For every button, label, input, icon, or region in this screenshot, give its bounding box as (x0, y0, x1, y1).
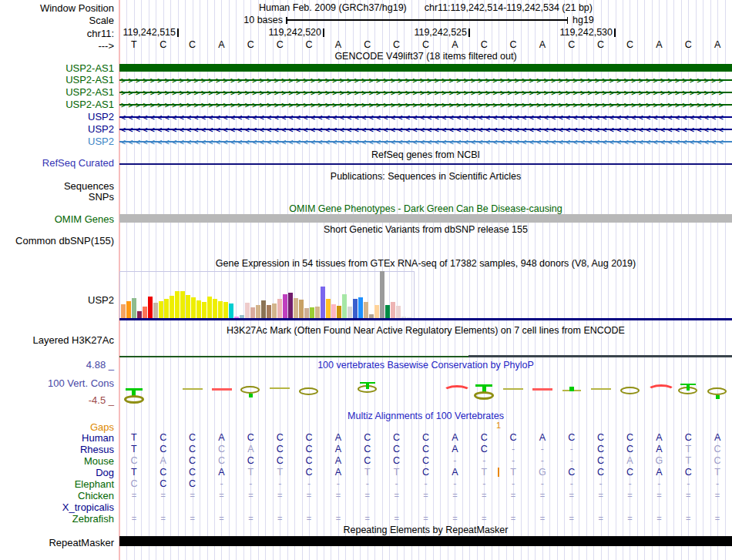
gtex-tissue-bar[interactable] (337, 306, 341, 318)
gtex-tissue-bar[interactable] (294, 298, 298, 318)
gtex-tissue-bar[interactable] (175, 291, 180, 318)
gtex-tissue-bar[interactable] (342, 294, 347, 318)
gtex-tissue-bar[interactable] (396, 306, 401, 318)
phylop-dash (270, 387, 290, 389)
gene-transcript-row[interactable]: >>>>>>>>>>>>>>>>>>>>>>>>>>>>>>>>>>>>>>>>… (119, 99, 732, 111)
gtex-tissue-bar[interactable] (170, 296, 174, 318)
gtex-tissue-bar[interactable] (223, 302, 228, 318)
species-label[interactable]: Chicken (0, 491, 114, 501)
gtex-tissue-bar[interactable] (321, 287, 325, 318)
gtex-tissue-bar[interactable] (240, 315, 244, 318)
gtex-tissue-bar[interactable] (261, 300, 266, 318)
gtex-tissue-bar[interactable] (196, 300, 201, 318)
species-label[interactable]: Rhesus (0, 444, 114, 454)
gtex-tissue-bar[interactable] (143, 307, 147, 318)
gene-track-label[interactable]: USP2 (0, 124, 114, 134)
base-letter: C (353, 40, 382, 50)
gene-track-label[interactable]: USP2 (0, 136, 114, 146)
h3k27ac-signal-dark[interactable] (468, 355, 732, 357)
gtex-tissue-bar[interactable] (369, 314, 374, 318)
species-label[interactable]: Human (0, 433, 114, 443)
common-dbsnp-label[interactable]: Common dbSNP(155) (0, 236, 114, 246)
gtex-tissue-bar[interactable] (380, 271, 384, 318)
sequences-label[interactable]: Sequences (0, 181, 114, 191)
gtex-tissue-bar[interactable] (164, 299, 169, 318)
species-label[interactable]: Elephant (0, 479, 114, 489)
gene-transcript-row[interactable]: <<<<<<<<<<<<<<<<<<<<<<<<<<<<<<<<<<<<<<<<… (119, 124, 732, 136)
gene-track-label[interactable]: USP2-AS1 (0, 63, 114, 73)
gtex-tissue-bar[interactable] (315, 307, 320, 318)
gtex-tissue-bar[interactable] (191, 297, 196, 318)
gene-track-label[interactable]: USP2-AS1 (0, 75, 114, 85)
gtex-tissue-bar[interactable] (153, 303, 158, 318)
gtex-tissue-bar[interactable] (288, 293, 293, 318)
gaps-label[interactable]: Gaps (0, 422, 114, 432)
gtex-tissue-bar[interactable] (250, 307, 255, 318)
refseq-curated-label[interactable]: RefSeq Curated (0, 158, 114, 168)
gtex-tissue-bar[interactable] (385, 305, 390, 318)
omim-genes-label[interactable]: OMIM Genes (0, 214, 114, 224)
gtex-tissue-bar[interactable] (391, 302, 395, 318)
gtex-tissue-bar[interactable] (132, 298, 136, 318)
gtex-tissue-bar[interactable] (267, 305, 271, 318)
base-letter: A (207, 40, 237, 50)
gtex-tissue-bar[interactable] (148, 297, 153, 318)
gtex-tissue-bar[interactable] (283, 294, 287, 318)
gene-track-label[interactable]: USP2 (0, 112, 114, 122)
h3k27ac-label[interactable]: Layered H3K27Ac (0, 335, 114, 345)
gene-transcript-row[interactable]: <<<<<<<<<<<<<<<<<<<<<<<<<<<<<<<<<<<<<<<<… (119, 112, 732, 123)
gtex-tissue-bar[interactable] (159, 301, 163, 318)
species-label[interactable]: Mouse (0, 456, 114, 466)
gene-exon-bar[interactable] (119, 64, 732, 72)
gtex-tissue-bar[interactable] (374, 305, 379, 318)
ruler-tick-label: 119,242,520 (229, 28, 321, 37)
gtex-tissue-bar[interactable] (234, 317, 239, 318)
omim-track-bar[interactable] (119, 214, 732, 223)
phylop-neg-dash (212, 388, 232, 391)
alignment-base: C (469, 433, 499, 443)
gtex-tissue-bar[interactable] (180, 291, 185, 318)
gtex-tissue-bar[interactable] (348, 307, 352, 318)
gene-transcript-row[interactable]: >>>>>>>>>>>>>>>>>>>>>>>>>>>>>>>>>>>>>>>>… (119, 87, 732, 99)
gtex-tissue-bar[interactable] (401, 317, 406, 318)
cons-track-label[interactable]: 100 Vert. Cons (0, 378, 114, 388)
species-label[interactable]: X_tropicalis (0, 502, 114, 512)
gtex-tissue-bar[interactable] (256, 305, 260, 318)
gtex-tissue-bar[interactable] (299, 300, 304, 318)
gene-track-label[interactable]: USP2-AS1 (0, 99, 114, 109)
gtex-tissue-bar[interactable] (137, 311, 142, 318)
alignment-base: = (644, 514, 673, 524)
gtex-tissue-bar[interactable] (272, 303, 277, 318)
gene-transcript-row[interactable]: <<<<<<<<<<<<<<<<<<<<<<<<<<<<<<<<<<<<<<<<… (119, 136, 732, 148)
gtex-tissue-bar[interactable] (245, 303, 250, 318)
species-label[interactable]: Zebrafish (0, 514, 114, 524)
repeatmasker-bar[interactable] (119, 536, 732, 546)
gtex-tissue-bar[interactable] (331, 304, 336, 318)
gtex-tissue-bar[interactable] (126, 301, 131, 318)
gtex-tissue-bar[interactable] (304, 308, 309, 318)
h3k27ac-signal-green[interactable] (119, 356, 468, 357)
gtex-tissue-bar[interactable] (186, 295, 190, 318)
gtex-tissue-bar[interactable] (213, 299, 217, 318)
gene-transcript-row[interactable]: >>>>>>>>>>>>>>>>>>>>>>>>>>>>>>>>>>>>>>>>… (119, 75, 732, 86)
gtex-tissue-bar[interactable] (407, 317, 411, 318)
gtex-tissue-bar[interactable] (218, 301, 223, 318)
alignment-base: T (673, 456, 703, 466)
gene-track-label[interactable]: USP2-AS1 (0, 87, 114, 97)
gtex-tissue-bar[interactable] (310, 307, 314, 318)
gtex-tissue-bar[interactable] (353, 299, 358, 318)
gtex-tissue-bar[interactable] (277, 299, 282, 318)
alignment-base: C (353, 444, 382, 454)
gtex-tissue-bar[interactable] (364, 302, 368, 318)
gtex-tissue-bar[interactable] (207, 297, 212, 318)
repeatmasker-label[interactable]: RepeatMasker (0, 538, 114, 548)
gtex-tissue-bar[interactable] (121, 304, 126, 318)
gtex-tissue-bar[interactable] (229, 303, 233, 318)
gtex-gene-label[interactable]: USP2 (0, 295, 114, 305)
gtex-tissue-bar[interactable] (358, 297, 363, 318)
gtex-tissue-bar[interactable] (326, 299, 331, 318)
refseq-gene-line[interactable] (119, 163, 732, 165)
gtex-tissue-bar[interactable] (202, 302, 207, 318)
species-label[interactable]: Dog (0, 468, 114, 478)
snps-label[interactable]: SNPs (0, 192, 114, 202)
